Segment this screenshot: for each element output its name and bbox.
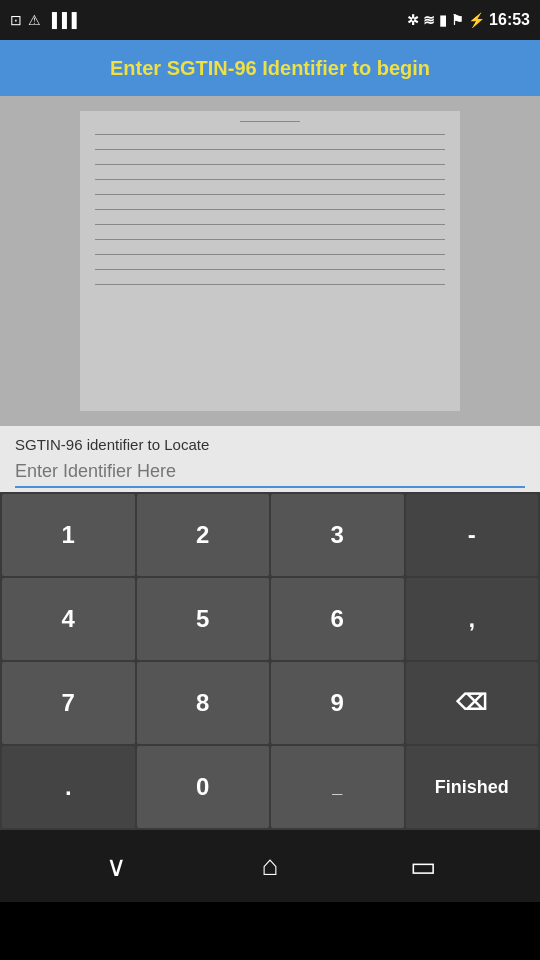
- key-backspace[interactable]: ⌫: [406, 662, 539, 744]
- alert-icon: ⚠: [28, 12, 41, 28]
- signal-bars-icon: ▐▐▐: [47, 12, 77, 28]
- back-icon: ∨: [106, 850, 127, 883]
- key-2[interactable]: 2: [137, 494, 270, 576]
- recents-icon: ▭: [410, 850, 436, 883]
- doc-line-2: [95, 149, 445, 150]
- doc-line-10: [95, 269, 445, 270]
- key-8[interactable]: 8: [137, 662, 270, 744]
- android-icon: ⊡: [10, 12, 22, 28]
- key-4[interactable]: 4: [2, 578, 135, 660]
- key-6[interactable]: 6: [271, 578, 404, 660]
- back-button[interactable]: ∨: [87, 841, 147, 891]
- doc-line-7: [95, 224, 445, 225]
- key-0[interactable]: 0: [137, 746, 270, 828]
- key-7[interactable]: 7: [2, 662, 135, 744]
- wifi-icon: ≋: [423, 12, 435, 28]
- key-3[interactable]: 3: [271, 494, 404, 576]
- identifier-input[interactable]: [15, 457, 525, 488]
- doc-line-3: [95, 164, 445, 165]
- doc-line-6: [95, 209, 445, 210]
- doc-title-line: [240, 121, 300, 122]
- document-area: 0: [0, 96, 540, 426]
- status-left-icons: ⊡ ⚠ ▐▐▐: [10, 12, 77, 28]
- status-bar: ⊡ ⚠ ▐▐▐ ✲ ≋ ▮ ⚑ ⚡ 16:53: [0, 0, 540, 40]
- finished-button[interactable]: Finished: [406, 746, 539, 828]
- key-period[interactable]: .: [2, 746, 135, 828]
- key-comma[interactable]: ,: [406, 578, 539, 660]
- key-space[interactable]: _: [271, 746, 404, 828]
- bluetooth-icon: ✲: [407, 12, 419, 28]
- key-9[interactable]: 9: [271, 662, 404, 744]
- home-icon: ⌂: [262, 850, 279, 882]
- recents-button[interactable]: ▭: [393, 841, 453, 891]
- doc-line-8: [95, 239, 445, 240]
- doc-line-5: [95, 194, 445, 195]
- home-button[interactable]: ⌂: [240, 841, 300, 891]
- document-paper: [80, 111, 460, 411]
- status-time: 16:53: [489, 11, 530, 29]
- doc-line-1: [95, 134, 445, 135]
- nav-bar: ∨ ⌂ ▭: [0, 830, 540, 902]
- app-header: Enter SGTIN-96 Identifier to begin: [0, 40, 540, 96]
- header-title: Enter SGTIN-96 Identifier to begin: [110, 57, 430, 80]
- keyboard: 1 2 3 - 4 5 6 , 7 8 9 ⌫ . 0 _ Finished: [0, 492, 540, 830]
- doc-line-11: [95, 284, 445, 285]
- status-right-icons: ✲ ≋ ▮ ⚑ ⚡ 16:53: [407, 11, 530, 29]
- key-minus[interactable]: -: [406, 494, 539, 576]
- extra-icon: ⚑: [451, 12, 464, 28]
- input-section: SGTIN-96 identifier to Locate: [0, 426, 540, 492]
- key-1[interactable]: 1: [2, 494, 135, 576]
- key-5[interactable]: 5: [137, 578, 270, 660]
- doc-line-4: [95, 179, 445, 180]
- input-label: SGTIN-96 identifier to Locate: [15, 436, 525, 453]
- battery-charging-icon: ⚡: [468, 12, 485, 28]
- battery-icon: ▮: [439, 12, 447, 28]
- doc-line-9: [95, 254, 445, 255]
